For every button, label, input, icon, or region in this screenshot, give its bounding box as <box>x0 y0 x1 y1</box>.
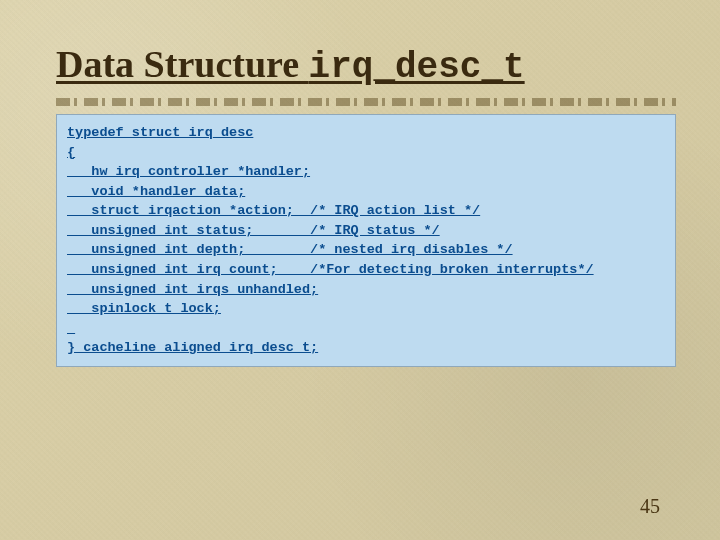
code-line: typedef struct irq_desc <box>67 125 253 140</box>
code-line: spinlock_t lock; <box>67 301 221 316</box>
code-line: { <box>67 145 75 160</box>
code-line: hw_irq_controller *handler; <box>67 164 310 179</box>
code-line: unsigned int irq_count; /*For detecting … <box>67 262 594 277</box>
code-line: unsigned int status; /* IRQ status */ <box>67 223 440 238</box>
page-title: Data Structure irq_desc_t <box>56 42 676 88</box>
title-mono: irq_desc_t <box>309 47 525 88</box>
title-divider <box>56 98 676 106</box>
code-line: struct irqaction *action; /* IRQ action … <box>67 203 480 218</box>
title-prefix: Data Structure <box>56 43 309 85</box>
slide-content: Data Structure irq_desc_t typedef struct… <box>56 42 676 367</box>
code-block: typedef struct irq_desc { hw_irq_control… <box>56 114 676 367</box>
code-line: void *handler_data; <box>67 184 245 199</box>
code-closing: } cacheline_aligned irq_desc_t; <box>67 340 318 355</box>
page-number: 45 <box>640 495 660 518</box>
code-line: unsigned int irqs_unhandled; <box>67 282 318 297</box>
code-line: unsigned int depth; /* nested irq disabl… <box>67 242 513 257</box>
code-blank-line <box>67 319 665 339</box>
